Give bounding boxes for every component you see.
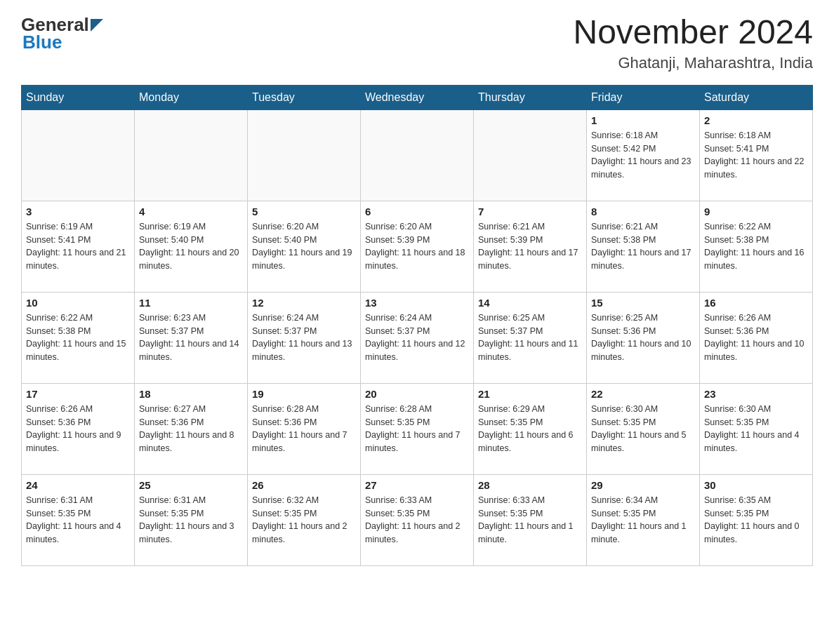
- calendar-cell: [474, 109, 587, 201]
- day-number: 27: [365, 479, 469, 491]
- day-number: 30: [704, 479, 808, 491]
- svg-marker-0: [91, 19, 103, 32]
- day-info: Sunrise: 6:33 AMSunset: 5:35 PMDaylight:…: [365, 494, 469, 546]
- day-info: Sunrise: 6:18 AMSunset: 5:42 PMDaylight:…: [591, 129, 695, 182]
- week-row: 10Sunrise: 6:22 AMSunset: 5:38 PMDayligh…: [22, 292, 813, 383]
- day-info: Sunrise: 6:22 AMSunset: 5:38 PMDaylight:…: [26, 311, 130, 364]
- day-info: Sunrise: 6:19 AMSunset: 5:41 PMDaylight:…: [26, 220, 130, 273]
- day-number: 19: [252, 388, 356, 400]
- weekday-header-sunday: Sunday: [22, 85, 135, 109]
- day-number: 10: [26, 297, 130, 309]
- calendar-cell: 27Sunrise: 6:33 AMSunset: 5:35 PMDayligh…: [361, 474, 474, 565]
- weekday-header-monday: Monday: [135, 85, 248, 109]
- calendar-cell: 20Sunrise: 6:28 AMSunset: 5:35 PMDayligh…: [361, 383, 474, 474]
- calendar-cell: 26Sunrise: 6:32 AMSunset: 5:35 PMDayligh…: [248, 474, 361, 565]
- day-number: 13: [365, 297, 469, 309]
- day-number: 9: [704, 206, 808, 217]
- day-number: 21: [478, 388, 582, 400]
- day-number: 18: [139, 388, 243, 400]
- day-info: Sunrise: 6:19 AMSunset: 5:40 PMDaylight:…: [139, 220, 243, 273]
- calendar-cell: 7Sunrise: 6:21 AMSunset: 5:39 PMDaylight…: [474, 201, 587, 292]
- day-info: Sunrise: 6:30 AMSunset: 5:35 PMDaylight:…: [704, 403, 808, 455]
- day-info: Sunrise: 6:32 AMSunset: 5:35 PMDaylight:…: [252, 494, 356, 546]
- day-info: Sunrise: 6:25 AMSunset: 5:36 PMDaylight:…: [591, 311, 695, 364]
- calendar-cell: 4Sunrise: 6:19 AMSunset: 5:40 PMDaylight…: [135, 201, 248, 292]
- day-number: 24: [26, 479, 130, 491]
- calendar-cell: 14Sunrise: 6:25 AMSunset: 5:37 PMDayligh…: [474, 292, 587, 383]
- calendar-cell: 10Sunrise: 6:22 AMSunset: 5:38 PMDayligh…: [22, 292, 135, 383]
- calendar-cell: 9Sunrise: 6:22 AMSunset: 5:38 PMDaylight…: [700, 201, 813, 292]
- day-info: Sunrise: 6:24 AMSunset: 5:37 PMDaylight:…: [365, 311, 469, 364]
- day-number: 16: [704, 297, 808, 309]
- weekday-header-row: SundayMondayTuesdayWednesdayThursdayFrid…: [22, 85, 813, 109]
- day-info: Sunrise: 6:23 AMSunset: 5:37 PMDaylight:…: [139, 311, 243, 364]
- day-info: Sunrise: 6:35 AMSunset: 5:35 PMDaylight:…: [704, 494, 808, 546]
- week-row: 17Sunrise: 6:26 AMSunset: 5:36 PMDayligh…: [22, 383, 813, 474]
- calendar-cell: 13Sunrise: 6:24 AMSunset: 5:37 PMDayligh…: [361, 292, 474, 383]
- logo-arrow: [89, 14, 103, 36]
- weekday-header-saturday: Saturday: [700, 85, 813, 109]
- header: General Blue November 2024 Ghatanji, Mah…: [21, 14, 813, 72]
- day-number: 11: [139, 297, 243, 309]
- day-info: Sunrise: 6:25 AMSunset: 5:37 PMDaylight:…: [478, 311, 582, 364]
- calendar-cell: 29Sunrise: 6:34 AMSunset: 5:35 PMDayligh…: [587, 474, 700, 565]
- day-number: 25: [139, 479, 243, 491]
- calendar-cell: 19Sunrise: 6:28 AMSunset: 5:36 PMDayligh…: [248, 383, 361, 474]
- day-number: 23: [704, 388, 808, 400]
- day-info: Sunrise: 6:20 AMSunset: 5:39 PMDaylight:…: [365, 220, 469, 273]
- day-info: Sunrise: 6:31 AMSunset: 5:35 PMDaylight:…: [26, 494, 130, 546]
- day-info: Sunrise: 6:29 AMSunset: 5:35 PMDaylight:…: [478, 403, 582, 455]
- calendar-cell: 23Sunrise: 6:30 AMSunset: 5:35 PMDayligh…: [700, 383, 813, 474]
- calendar-cell: [248, 109, 361, 201]
- day-number: 7: [478, 206, 582, 217]
- calendar-cell: [361, 109, 474, 201]
- calendar-cell: 18Sunrise: 6:27 AMSunset: 5:36 PMDayligh…: [135, 383, 248, 474]
- calendar-cell: 12Sunrise: 6:24 AMSunset: 5:37 PMDayligh…: [248, 292, 361, 383]
- day-number: 15: [591, 297, 695, 309]
- calendar-cell: 6Sunrise: 6:20 AMSunset: 5:39 PMDaylight…: [361, 201, 474, 292]
- calendar-cell: 25Sunrise: 6:31 AMSunset: 5:35 PMDayligh…: [135, 474, 248, 565]
- day-number: 28: [478, 479, 582, 491]
- calendar-cell: 17Sunrise: 6:26 AMSunset: 5:36 PMDayligh…: [22, 383, 135, 474]
- day-info: Sunrise: 6:18 AMSunset: 5:41 PMDaylight:…: [704, 129, 808, 182]
- day-number: 1: [591, 114, 695, 126]
- day-info: Sunrise: 6:28 AMSunset: 5:36 PMDaylight:…: [252, 403, 356, 455]
- title-area: November 2024 Ghatanji, Maharashtra, Ind…: [573, 14, 813, 72]
- day-number: 4: [139, 206, 243, 217]
- calendar-cell: 3Sunrise: 6:19 AMSunset: 5:41 PMDaylight…: [22, 201, 135, 292]
- calendar-cell: 1Sunrise: 6:18 AMSunset: 5:42 PMDaylight…: [587, 109, 700, 201]
- weekday-header-tuesday: Tuesday: [248, 85, 361, 109]
- day-number: 3: [26, 206, 130, 217]
- day-info: Sunrise: 6:21 AMSunset: 5:38 PMDaylight:…: [591, 220, 695, 273]
- week-row: 1Sunrise: 6:18 AMSunset: 5:42 PMDaylight…: [22, 109, 813, 201]
- day-number: 2: [704, 114, 808, 126]
- day-info: Sunrise: 6:31 AMSunset: 5:35 PMDaylight:…: [139, 494, 243, 546]
- day-number: 29: [591, 479, 695, 491]
- calendar-cell: 5Sunrise: 6:20 AMSunset: 5:40 PMDaylight…: [248, 201, 361, 292]
- calendar-cell: 11Sunrise: 6:23 AMSunset: 5:37 PMDayligh…: [135, 292, 248, 383]
- day-number: 8: [591, 206, 695, 217]
- day-number: 22: [591, 388, 695, 400]
- day-info: Sunrise: 6:26 AMSunset: 5:36 PMDaylight:…: [26, 403, 130, 455]
- day-info: Sunrise: 6:26 AMSunset: 5:36 PMDaylight:…: [704, 311, 808, 364]
- day-info: Sunrise: 6:22 AMSunset: 5:38 PMDaylight:…: [704, 220, 808, 273]
- day-number: 6: [365, 206, 469, 217]
- day-info: Sunrise: 6:30 AMSunset: 5:35 PMDaylight:…: [591, 403, 695, 455]
- week-row: 24Sunrise: 6:31 AMSunset: 5:35 PMDayligh…: [22, 474, 813, 565]
- calendar-cell: 21Sunrise: 6:29 AMSunset: 5:35 PMDayligh…: [474, 383, 587, 474]
- weekday-header-friday: Friday: [587, 85, 700, 109]
- day-info: Sunrise: 6:21 AMSunset: 5:39 PMDaylight:…: [478, 220, 582, 273]
- logo-area: General Blue: [21, 14, 103, 53]
- day-number: 26: [252, 479, 356, 491]
- day-number: 5: [252, 206, 356, 217]
- day-info: Sunrise: 6:24 AMSunset: 5:37 PMDaylight:…: [252, 311, 356, 364]
- week-row: 3Sunrise: 6:19 AMSunset: 5:41 PMDaylight…: [22, 201, 813, 292]
- location-title: Ghatanji, Maharashtra, India: [573, 54, 813, 72]
- day-number: 20: [365, 388, 469, 400]
- calendar-cell: 28Sunrise: 6:33 AMSunset: 5:35 PMDayligh…: [474, 474, 587, 565]
- calendar-cell: [22, 109, 135, 201]
- day-number: 14: [478, 297, 582, 309]
- day-info: Sunrise: 6:20 AMSunset: 5:40 PMDaylight:…: [252, 220, 356, 273]
- calendar-cell: 30Sunrise: 6:35 AMSunset: 5:35 PMDayligh…: [700, 474, 813, 565]
- day-info: Sunrise: 6:28 AMSunset: 5:35 PMDaylight:…: [365, 403, 469, 455]
